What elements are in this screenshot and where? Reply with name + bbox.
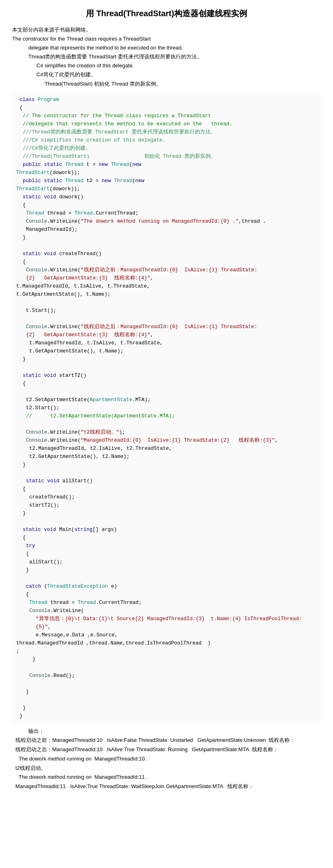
output-line5: The dowork method running on ManagedThre… — [19, 773, 321, 782]
output-line3: The dowork method running on ManagedThre… — [19, 754, 321, 764]
code-block: class Program { // The constructor for t… — [12, 92, 321, 724]
output-line6: ManagedThreadId:11 IsAlive:True ThreadSt… — [15, 782, 321, 791]
output-label: 输出： — [28, 727, 321, 736]
intro-line3: delegate that represents the method to b… — [28, 43, 321, 52]
output-line2: 线程启动之后：ManagedThreadId:10 IsAlive:True T… — [15, 745, 321, 754]
intro-line5: C# simplifies the creation of this deleg… — [36, 61, 321, 70]
intro-line2: The constructor for the Thread class req… — [12, 36, 151, 42]
page-title: 用 Thread(ThreadStart)构造器创建线程实例 — [12, 8, 321, 19]
intro-section: 本文部分内容来源于书籍和网络。 The constructor for the … — [12, 26, 321, 88]
output-line4: t2线程启动。 — [15, 764, 321, 773]
output-line1: 线程启动之前：ManagedThreadId:10 IsAlive:False … — [15, 736, 321, 745]
intro-line7: Thread(ThreadStart) 初始化 Thread 类的新实例。 — [45, 79, 321, 88]
intro-line1: 本文部分内容来源于书籍和网络。 — [12, 27, 91, 33]
output-section: 输出： 线程启动之前：ManagedThreadId:10 IsAlive:Fa… — [12, 727, 321, 791]
intro-line4: Thread类的构造函数需要 ThreadStart 委托来代理该线程所要执行的… — [28, 52, 321, 61]
intro-line6: C#简化了此委托的创建。 — [36, 70, 321, 79]
